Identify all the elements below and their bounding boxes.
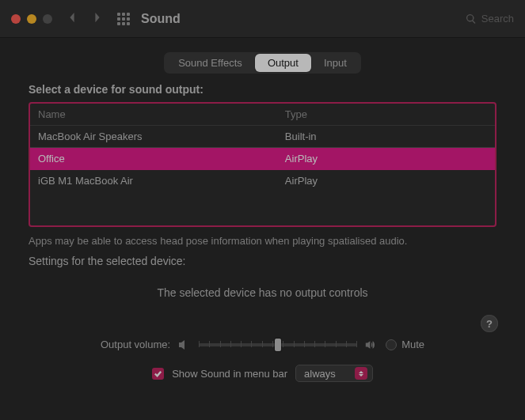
check-icon (154, 369, 162, 378)
no-output-controls-text: The selected device has no output contro… (29, 286, 496, 299)
search-placeholder: Search (481, 13, 514, 25)
device-type: Built-in (285, 131, 487, 142)
window-controls (11, 14, 52, 24)
device-name: iGB M1 MacBook Air (38, 175, 285, 187)
device-type: AirPlay (285, 175, 487, 187)
column-name: Name (38, 108, 285, 120)
select-output-label: Select a device for sound output: (29, 83, 496, 96)
maximize-window-button[interactable] (43, 14, 52, 24)
show-in-menubar-checkbox[interactable] (152, 368, 164, 380)
search-field[interactable]: Search (466, 13, 514, 25)
select-value: always (304, 368, 336, 380)
window-title: Sound (141, 12, 181, 26)
device-row[interactable]: MacBook Air Speakers Built-in (30, 126, 495, 148)
forward-button[interactable] (92, 12, 103, 25)
nav-arrows (67, 12, 103, 25)
device-name: Office (38, 153, 285, 165)
help-button[interactable]: ? (481, 315, 498, 332)
device-row-selected[interactable]: Office AirPlay (30, 148, 495, 170)
device-row[interactable]: iGB M1 MacBook Air AirPlay (30, 170, 495, 192)
device-settings-label: Settings for the selected device: (29, 255, 496, 267)
output-volume-label: Output volume: (101, 339, 170, 350)
output-device-list: Name Type MacBook Air Speakers Built-in … (29, 102, 496, 227)
device-list-header: Name Type (30, 104, 495, 126)
slider-knob[interactable] (275, 339, 281, 351)
device-name: MacBook Air Speakers (38, 131, 285, 142)
volume-high-icon (365, 339, 378, 350)
device-type: AirPlay (285, 153, 487, 165)
search-icon (466, 13, 477, 25)
show-in-menubar-label: Show Sound in menu bar (172, 368, 287, 380)
column-type: Type (285, 108, 487, 120)
volume-low-icon (178, 339, 191, 350)
mute-checkbox[interactable] (386, 339, 397, 350)
output-volume-row: Output volume: Mute (0, 339, 525, 350)
tab-sound-effects[interactable]: Sound Effects (165, 54, 255, 72)
tab-output[interactable]: Output (255, 54, 311, 72)
menubar-option-row: Show Sound in menu bar always (0, 365, 525, 382)
back-button[interactable] (67, 12, 78, 25)
device-list-empty-space (30, 192, 495, 225)
close-window-button[interactable] (11, 14, 21, 24)
tab-input[interactable]: Input (311, 54, 360, 72)
titlebar: Sound Search (0, 0, 525, 38)
mute-group: Mute (386, 339, 424, 350)
minimize-window-button[interactable] (27, 14, 36, 24)
spatial-audio-note: Apps may be able to access head pose inf… (29, 235, 496, 247)
menubar-visibility-select[interactable]: always (295, 365, 373, 382)
mute-label: Mute (401, 339, 424, 350)
show-all-prefs-button[interactable] (117, 13, 130, 25)
tabs-row: Sound Effects Output Input (0, 52, 525, 74)
select-stepper-icon (355, 367, 367, 380)
output-volume-slider[interactable] (199, 343, 357, 346)
tabs: Sound Effects Output Input (164, 52, 361, 74)
